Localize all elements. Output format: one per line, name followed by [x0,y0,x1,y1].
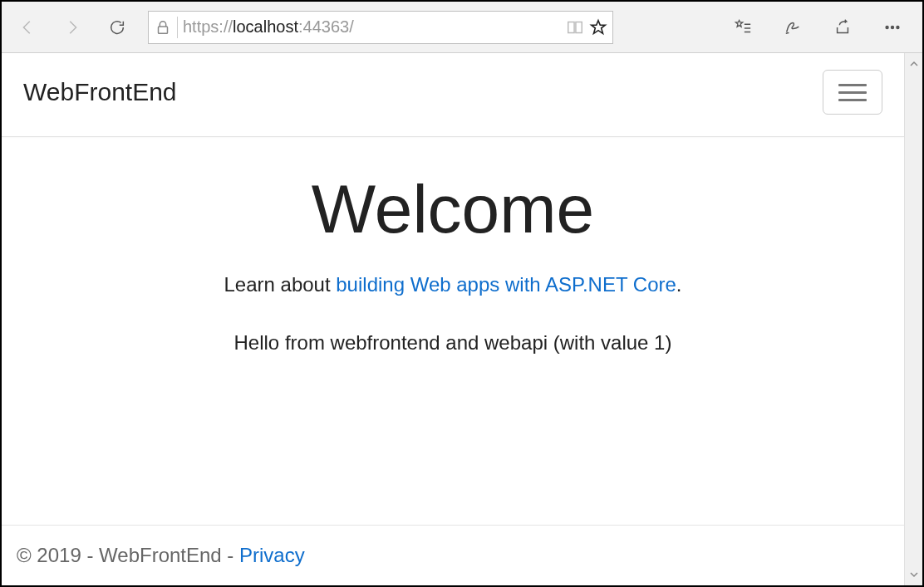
navbar-toggle[interactable] [823,70,882,115]
footer-separator: - [222,544,239,566]
page-title: Welcome [2,170,904,248]
chevron-down-icon [909,570,919,580]
learn-line: Learn about building Web apps with ASP.N… [2,273,904,296]
back-icon [18,18,37,37]
svg-point-3 [897,26,899,28]
url-port: :44363/ [298,17,354,36]
url-host: localhost [233,17,298,36]
hamburger-icon [838,91,867,94]
svg-point-2 [892,26,894,28]
more-button[interactable] [867,7,917,47]
share-button[interactable] [818,7,867,47]
footer: © 2019 - WebFrontEnd - Privacy [2,525,904,585]
svg-point-1 [886,26,888,28]
copyright: © 2019 - WebFrontEnd [17,544,222,566]
share-icon [833,18,852,37]
url-text: https://localhost:44363/ [183,17,561,37]
reading-view-icon[interactable] [566,18,584,37]
favorite-icon[interactable] [589,18,607,37]
learn-link[interactable]: building Web apps with ASP.NET Core [336,273,676,296]
hero: Welcome Learn about building Web apps wi… [2,137,904,525]
api-message: Hello from webfrontend and webapi (with … [2,331,904,355]
svg-rect-0 [159,27,168,33]
favorites-list-button[interactable] [718,7,768,47]
back-button[interactable] [7,7,48,47]
browser-toolbar: https://localhost:44363/ [2,2,922,53]
learn-suffix: . [676,273,682,296]
forward-button[interactable] [52,7,93,47]
more-icon [883,18,902,37]
url-protocol: https:// [183,17,233,36]
refresh-icon [108,18,126,37]
learn-prefix: Learn about [224,273,336,296]
hamburger-icon [838,84,867,86]
brand[interactable]: WebFrontEnd [23,78,177,106]
refresh-button[interactable] [96,7,138,47]
favorites-list-icon [734,18,752,37]
site-navbar: WebFrontEnd [2,53,904,137]
chevron-up-icon [909,59,919,69]
page-content: WebFrontEnd Welcome Learn about building… [2,53,904,585]
scroll-down-arrow[interactable] [905,565,922,584]
notes-button[interactable] [768,7,818,47]
lock-icon [154,18,172,37]
notes-icon [784,18,802,37]
vertical-scrollbar[interactable] [904,53,922,585]
toolbar-right [718,7,917,47]
forward-icon [63,18,81,37]
scroll-up-arrow[interactable] [905,55,922,73]
privacy-link[interactable]: Privacy [239,544,305,566]
divider [177,17,178,38]
hamburger-icon [838,99,867,101]
address-bar[interactable]: https://localhost:44363/ [148,11,613,44]
